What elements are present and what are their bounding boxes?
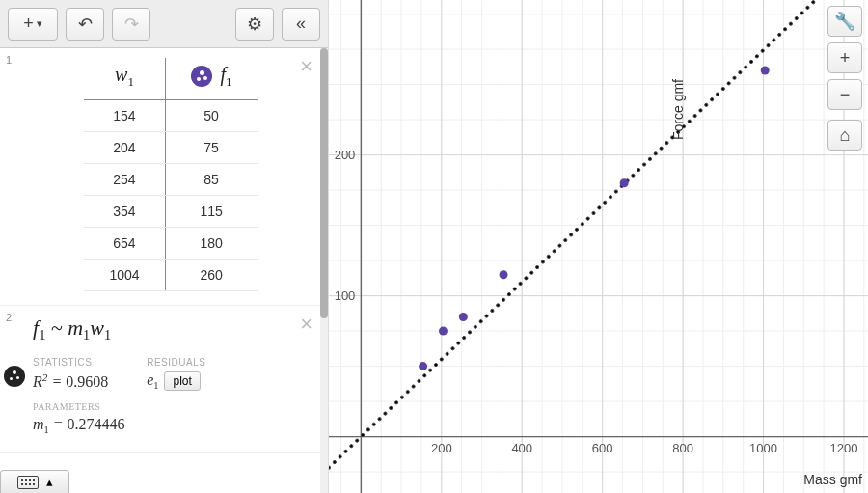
toolbar: + ▾ ↶ ↷ ⚙ « [0,0,328,48]
r-squared-value: R2 = 0.9608 [33,371,108,391]
svg-point-68 [361,433,364,436]
svg-point-138 [755,55,758,58]
plot-residuals-button[interactable]: plot [164,371,200,391]
cell-w[interactable]: 254 [84,164,165,196]
scrollbar-track[interactable] [320,48,328,493]
svg-point-106 [575,228,578,231]
expression-list: 1 × w1 f1 [0,48,328,493]
cell-w[interactable]: 204 [84,132,165,164]
expression-regression[interactable]: 2 × f1 ~ m1w1 STATISTICS R2 = 0.9608 [0,306,320,453]
svg-point-132 [721,87,724,90]
svg-point-96 [519,282,522,285]
svg-point-110 [598,206,601,209]
svg-point-130 [711,98,714,101]
svg-text:600: 600 [592,441,613,455]
svg-point-74 [394,401,397,404]
svg-point-95 [513,288,516,290]
svg-text:100: 100 [335,288,356,303]
table-row[interactable]: 15450 [84,100,257,132]
svg-point-140 [767,44,770,47]
table-row[interactable]: 20475 [84,132,257,164]
svg-point-90 [485,315,488,317]
svg-point-148 [812,1,815,4]
expression-table[interactable]: 1 × w1 f1 [0,48,320,306]
graph-settings-button[interactable]: 🔧 [827,6,862,37]
svg-text:200: 200 [431,441,452,455]
svg-point-112 [609,196,611,199]
svg-point-94 [507,293,510,296]
add-expression-button[interactable]: + ▾ [8,8,58,41]
plus-icon: + [840,48,851,68]
cell-w[interactable]: 654 [84,228,165,260]
graph-area[interactable]: 20040060080010001200100200 Force gmf Mas… [329,0,868,493]
svg-point-151 [459,313,468,321]
close-icon[interactable]: × [300,54,312,79]
cell-w[interactable]: 354 [84,196,165,228]
cell-f[interactable]: 50 [165,100,258,132]
svg-point-121 [660,147,663,150]
svg-point-136 [745,66,747,68]
var-w-sub: 1 [127,74,134,89]
svg-point-141 [773,39,775,41]
table-row[interactable]: 25485 [84,164,257,196]
zoom-out-button[interactable]: − [827,79,862,110]
keyboard-icon [17,476,39,489]
svg-point-119 [648,157,651,160]
svg-point-146 [800,12,803,14]
cell-f[interactable]: 180 [165,228,258,260]
data-table[interactable]: w1 f1 15450 20475 [84,58,257,291]
table-row[interactable]: 1004260 [84,260,257,291]
svg-point-93 [502,298,504,301]
redo-button[interactable]: ↷ [112,8,150,41]
collapse-panel-button[interactable]: « [282,8,320,41]
svg-point-126 [688,120,691,123]
svg-point-91 [491,309,494,312]
series-color-icon[interactable] [191,66,212,87]
table-row[interactable]: 354115 [84,196,257,228]
var-f-sub: 1 [226,74,232,89]
statistics-block: STATISTICS R2 = 0.9608 [33,357,108,391]
close-icon[interactable]: × [300,312,312,337]
svg-point-122 [665,141,668,144]
graph-controls: 🔧 + − ⌂ [827,6,862,151]
scrollbar-thumb[interactable] [320,48,328,318]
formula-w-sub: 1 [104,327,111,342]
svg-point-76 [406,391,409,394]
table-header-w[interactable]: w1 [84,58,165,100]
svg-point-120 [654,152,657,155]
table-header-f[interactable]: f1 [165,58,258,100]
cell-f[interactable]: 85 [165,164,258,196]
svg-point-87 [468,331,471,334]
regression-series-icon[interactable] [4,366,25,387]
svg-point-134 [733,76,736,79]
home-button[interactable]: ⌂ [827,120,862,151]
svg-point-137 [749,60,752,63]
settings-button[interactable]: ⚙ [235,8,274,41]
table-row[interactable]: 654180 [84,228,257,260]
cell-w[interactable]: 1004 [84,260,165,291]
keypad-toggle-button[interactable]: ▴ [0,470,69,493]
svg-point-70 [372,423,375,425]
cell-f[interactable]: 115 [165,196,258,228]
cell-f[interactable]: 75 [165,132,258,164]
chevron-down-icon: ▾ [37,17,42,30]
zoom-in-button[interactable]: + [827,42,862,73]
svg-point-67 [356,439,359,442]
cell-w[interactable]: 154 [84,100,165,132]
svg-point-101 [547,255,550,258]
expression-index: 1 [0,48,29,305]
minus-icon: − [840,85,851,105]
svg-point-142 [778,33,781,36]
svg-point-92 [497,304,500,307]
parameters-label: PARAMETERS [33,401,309,412]
svg-point-79 [423,374,426,377]
svg-text:200: 200 [335,148,356,162]
svg-point-127 [693,114,696,117]
svg-point-85 [457,342,460,344]
undo-button[interactable]: ↶ [66,8,104,41]
svg-point-78 [418,379,420,382]
svg-point-144 [789,22,792,25]
cell-f[interactable]: 260 [165,260,258,291]
regression-formula[interactable]: f1 ~ m1w1 [33,315,309,343]
svg-point-103 [558,244,561,247]
